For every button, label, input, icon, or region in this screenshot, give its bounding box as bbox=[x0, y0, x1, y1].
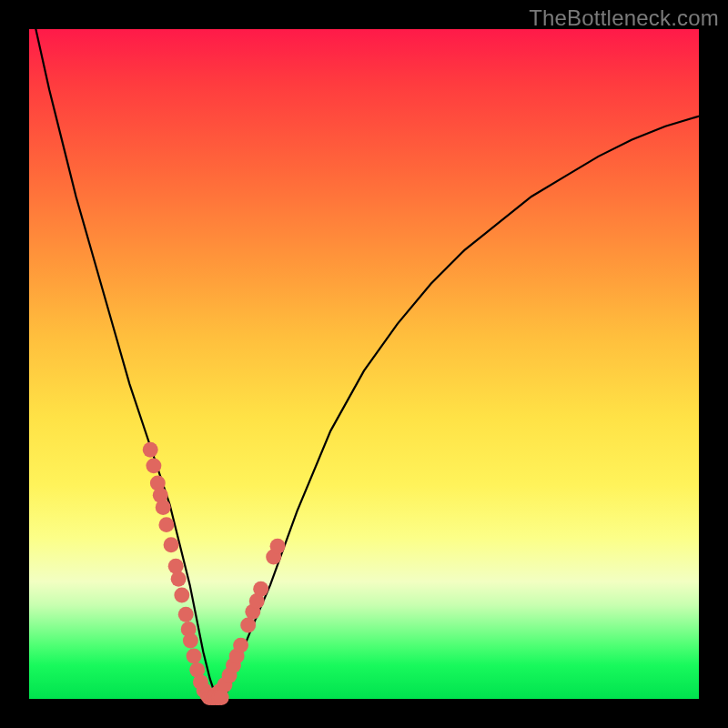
bottleneck-curve bbox=[35, 29, 699, 699]
data-point bbox=[174, 587, 189, 602]
data-point bbox=[233, 638, 248, 653]
data-point bbox=[240, 618, 256, 633]
outer-frame: TheBottleneck.com bbox=[0, 0, 728, 728]
data-point bbox=[156, 500, 171, 515]
data-point bbox=[168, 559, 184, 574]
chart-svg bbox=[29, 29, 699, 699]
data-point bbox=[146, 458, 161, 473]
watermark-text: TheBottleneck.com bbox=[529, 5, 719, 31]
data-point bbox=[183, 633, 198, 649]
data-point bbox=[143, 442, 158, 458]
plot-area bbox=[29, 29, 699, 699]
data-point bbox=[158, 517, 174, 532]
data-point bbox=[164, 537, 179, 552]
data-point bbox=[171, 571, 187, 587]
data-point bbox=[214, 690, 229, 705]
data-point bbox=[270, 539, 286, 554]
data-point bbox=[178, 607, 194, 622]
scatter-points bbox=[143, 442, 286, 705]
data-point bbox=[253, 581, 268, 597]
data-point bbox=[187, 648, 202, 663]
